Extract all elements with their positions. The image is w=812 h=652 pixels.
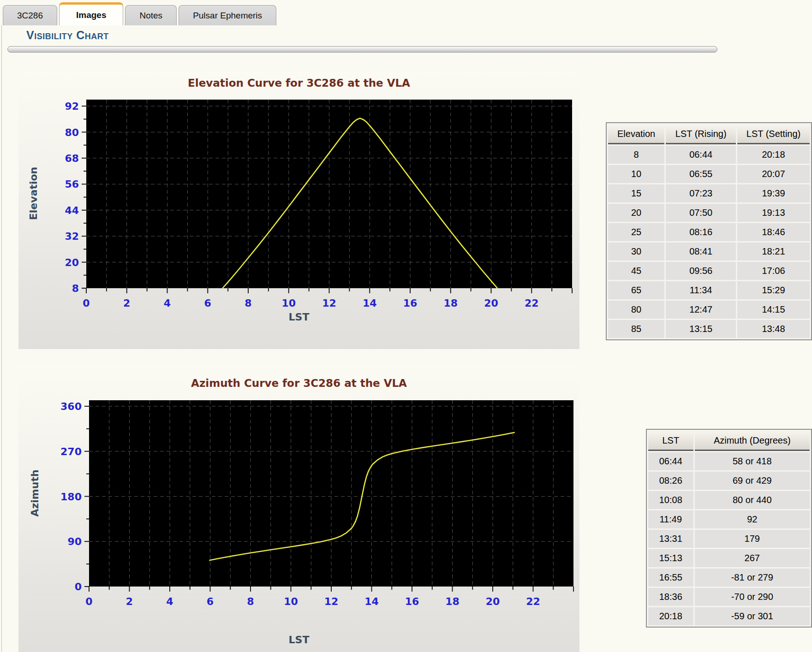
table-row: 06:4458 or 418 xyxy=(648,452,810,470)
tab-pulsar-ephemeris[interactable]: Pulsar Ephemeris xyxy=(179,5,276,25)
tab-notes[interactable]: Notes xyxy=(125,5,177,25)
azimuth-chart-title: Azimuth Curve for 3C286 at the VLA xyxy=(18,377,579,389)
svg-text:90: 90 xyxy=(67,536,82,547)
table-cell: 20:07 xyxy=(737,165,810,183)
table-cell: 15:13 xyxy=(648,549,693,567)
table-cell: 20:18 xyxy=(737,146,810,164)
table-cell: 08:16 xyxy=(666,223,736,241)
table-cell: 85 xyxy=(608,320,664,338)
table-row: 18:36-70 or 290 xyxy=(648,588,810,606)
table-cell: 45 xyxy=(608,262,664,280)
table-cell: 18:46 xyxy=(737,223,810,241)
column-header: LST (Setting) xyxy=(737,124,810,144)
tab-label: 3C286 xyxy=(17,11,43,21)
svg-text:32: 32 xyxy=(65,231,79,242)
elevation-chart-title: Elevation Curve for 3C286 at the VLA xyxy=(18,77,579,89)
table-cell: 19:39 xyxy=(737,184,810,202)
table-cell: 07:50 xyxy=(666,204,736,222)
table-cell: 179 xyxy=(695,530,810,548)
table-cell: 92 xyxy=(695,510,810,528)
table-cell: 15:29 xyxy=(737,281,810,299)
table-cell: 08:41 xyxy=(666,243,736,261)
svg-text:2: 2 xyxy=(123,297,130,309)
tab-label: Pulsar Ephemeris xyxy=(193,11,262,21)
table-row: 16:55-81 or 279 xyxy=(648,569,810,587)
svg-text:20: 20 xyxy=(484,297,498,309)
table-cell: -59 or 301 xyxy=(695,607,810,625)
table-cell: 09:56 xyxy=(666,262,736,280)
column-header: LST (Rising) xyxy=(666,124,736,144)
svg-text:14: 14 xyxy=(363,297,377,309)
table-row: 8513:1513:48 xyxy=(608,320,810,338)
svg-text:22: 22 xyxy=(526,596,540,607)
svg-text:18: 18 xyxy=(445,596,460,607)
table-row: 2007:5019:13 xyxy=(608,204,810,222)
svg-text:8: 8 xyxy=(72,283,79,294)
table-row: 13:31179 xyxy=(648,530,810,548)
svg-text:18: 18 xyxy=(443,297,458,309)
table-cell: 15 xyxy=(608,184,664,202)
table-row: 2508:1618:46 xyxy=(608,223,810,241)
svg-text:80: 80 xyxy=(65,127,79,138)
table-cell: 65 xyxy=(608,281,664,299)
svg-text:56: 56 xyxy=(65,178,79,190)
elevation-x-axis-title: LST xyxy=(18,311,579,323)
svg-text:20: 20 xyxy=(486,596,500,607)
table-cell: 14:15 xyxy=(737,301,810,319)
svg-text:4: 4 xyxy=(164,297,171,309)
elevation-y-axis-title: Elevation xyxy=(28,148,39,240)
table-cell: 25 xyxy=(608,223,664,241)
table-cell: 07:23 xyxy=(666,184,736,202)
tab-label: Notes xyxy=(139,11,162,21)
svg-text:22: 22 xyxy=(525,297,539,309)
table-cell: 13:15 xyxy=(666,320,736,338)
table-cell: 58 or 418 xyxy=(695,452,810,470)
table-cell: 80 xyxy=(608,301,664,319)
svg-text:68: 68 xyxy=(65,153,79,164)
elevation-chart-image: 0246810121416182022820324456688092 xyxy=(18,71,579,349)
table-cell: 10:08 xyxy=(648,491,693,509)
table-cell: 11:49 xyxy=(648,510,693,528)
azimuth-chart: 0246810121416182022090180270360 Azimuth … xyxy=(18,364,579,652)
svg-text:12: 12 xyxy=(322,297,336,309)
table-cell: 12:47 xyxy=(666,301,736,319)
azimuth-table: LSTAzimuth (Degrees)06:4458 or 41808:266… xyxy=(646,429,812,628)
table-row: 10:0880 or 440 xyxy=(648,491,810,509)
svg-text:180: 180 xyxy=(60,491,82,503)
svg-text:16: 16 xyxy=(403,297,418,309)
svg-text:360: 360 xyxy=(60,401,82,412)
table-cell: 06:55 xyxy=(666,165,736,183)
table-row: 08:2669 or 429 xyxy=(648,472,810,490)
content-pane-border xyxy=(1,25,2,652)
svg-text:270: 270 xyxy=(60,446,82,457)
table-cell: 69 or 429 xyxy=(695,472,810,490)
svg-text:2: 2 xyxy=(126,596,133,607)
svg-text:6: 6 xyxy=(207,596,214,607)
table-cell: 06:44 xyxy=(666,146,736,164)
svg-text:8: 8 xyxy=(247,596,254,607)
table-cell: 18:21 xyxy=(737,243,810,261)
table-cell: -70 or 290 xyxy=(695,588,810,606)
table-cell: 17:06 xyxy=(737,262,810,280)
table-cell: 10 xyxy=(608,165,664,183)
horizontal-divider-bar xyxy=(7,46,717,53)
table-row: 4509:5617:06 xyxy=(608,262,810,280)
svg-text:16: 16 xyxy=(405,596,419,607)
table-cell: 08:26 xyxy=(648,472,693,490)
tab-3c286[interactable]: 3C286 xyxy=(3,5,57,25)
table-cell: 20 xyxy=(608,204,664,222)
table-row: 806:4420:18 xyxy=(608,146,810,164)
tab-images[interactable]: Images xyxy=(59,2,123,25)
column-header: LST xyxy=(648,431,693,451)
table-cell: 20:18 xyxy=(648,607,693,625)
column-header: Azimuth (Degrees) xyxy=(695,431,810,451)
table-row: 1006:5520:07 xyxy=(608,165,810,183)
table-row: 20:18-59 or 301 xyxy=(648,607,810,625)
table-cell: 13:31 xyxy=(648,530,693,548)
svg-text:14: 14 xyxy=(364,596,379,607)
table-cell: -81 or 279 xyxy=(695,569,810,587)
svg-text:0: 0 xyxy=(83,297,90,309)
svg-text:44: 44 xyxy=(65,205,79,216)
table-row: 8012:4714:15 xyxy=(608,301,810,319)
svg-text:6: 6 xyxy=(204,297,211,309)
